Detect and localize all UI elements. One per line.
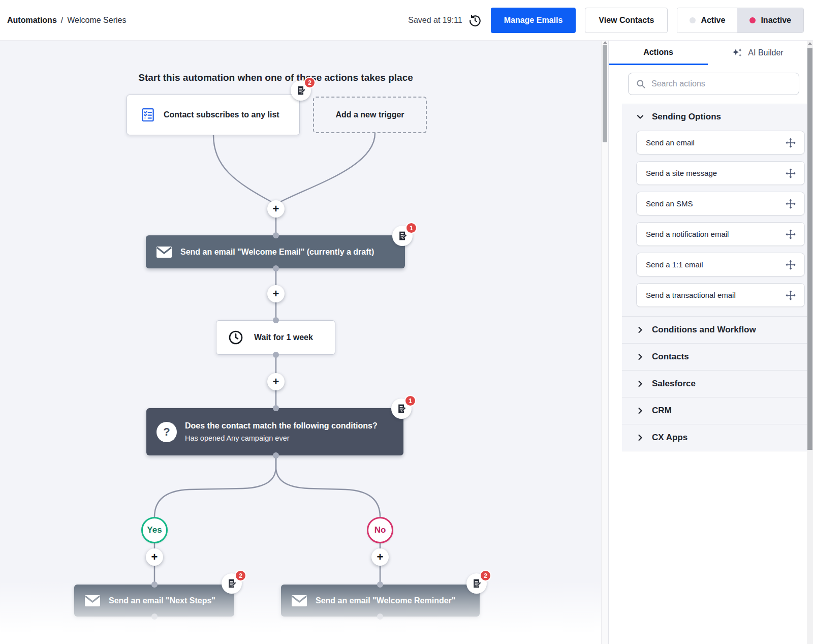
move-icon[interactable]: [785, 259, 796, 270]
plus-icon: +: [377, 550, 384, 564]
tab-ai-builder-label: AI Builder: [748, 48, 783, 57]
connection-dot: [273, 265, 279, 271]
section-sending-options-header[interactable]: Sending Options: [622, 104, 807, 130]
wait-node[interactable]: Wait for 1 week: [216, 320, 335, 355]
connection-dot: [273, 352, 279, 358]
page-scrollbar[interactable]: [807, 41, 813, 644]
section-contacts-header[interactable]: Contacts: [622, 344, 807, 370]
chevron-right-icon: [636, 407, 644, 415]
chevron-right-icon: [636, 353, 644, 361]
section-cx-apps: CX Apps: [622, 424, 807, 451]
toggle-inactive[interactable]: Inactive: [737, 8, 803, 33]
send-welcome-reminder-email-node[interactable]: Send an email "Welcome Reminder": [281, 585, 480, 617]
plus-icon: +: [273, 375, 279, 388]
section-salesforce-header[interactable]: Salesforce: [622, 371, 807, 397]
condition-notes-badge[interactable]: 1: [391, 398, 412, 419]
section-sending-options-label: Sending Options: [652, 112, 721, 122]
breadcrumb-automations[interactable]: Automations: [7, 16, 57, 25]
chevron-down-icon: [636, 113, 644, 121]
section-label: CRM: [652, 406, 672, 416]
header-actions: Saved at 19:11 Manage Emails View Contac…: [408, 8, 804, 33]
scroll-up-arrow-icon[interactable]: [603, 41, 607, 44]
action-card-send-a-1-1-email[interactable]: Send a 1:1 email: [636, 253, 805, 277]
canvas-scrollbar[interactable]: [601, 41, 608, 644]
canvas-scrollbar-thumb[interactable]: [603, 45, 607, 142]
add-new-trigger-label: Add a new trigger: [335, 110, 404, 119]
automation-canvas[interactable]: Start this automation when one of these …: [0, 41, 601, 644]
history-icon[interactable]: [468, 14, 482, 27]
search-actions-input[interactable]: [651, 79, 792, 88]
action-label: Send a site message: [646, 169, 717, 177]
connection-dot: [273, 317, 279, 323]
breadcrumb-separator: /: [61, 16, 63, 25]
tab-actions[interactable]: Actions: [609, 41, 708, 65]
inactive-dot-icon: [749, 17, 756, 23]
yes-label: Yes: [147, 525, 162, 535]
active-dot-icon: [690, 17, 696, 23]
action-card-send-an-email[interactable]: Send an email: [636, 131, 805, 155]
toggle-inactive-label: Inactive: [761, 16, 791, 25]
next-steps-notes-badge[interactable]: 2: [222, 573, 242, 594]
breadcrumb: Automations / Welcome Series: [7, 16, 126, 25]
connection-dot: [377, 581, 383, 588]
connection-dot: [273, 452, 279, 458]
action-card-send-a-notification-email[interactable]: Send a notification email: [636, 222, 805, 246]
section-cx-apps-header[interactable]: CX Apps: [622, 424, 807, 451]
send-welcome-email-node[interactable]: Send an email "Welcome Email" (currently…: [146, 235, 405, 268]
move-icon[interactable]: [785, 137, 796, 148]
top-bar: Automations / Welcome Series Saved at 19…: [0, 0, 813, 41]
breadcrumb-current: Welcome Series: [67, 16, 126, 25]
action-card-send-an-sms[interactable]: Send an SMS: [636, 192, 805, 216]
action-label: Send a transactional email: [646, 291, 736, 299]
view-contacts-button[interactable]: View Contacts: [585, 8, 668, 33]
welcome-reminder-notes-badge[interactable]: 2: [466, 573, 487, 594]
chevron-right-icon: [636, 380, 644, 388]
manage-emails-label: Manage Emails: [504, 16, 563, 25]
condition-badge-count: 1: [404, 395, 416, 407]
question-icon: ?: [157, 422, 177, 442]
no-label: No: [374, 525, 386, 535]
send-next-steps-email-node[interactable]: Send an email "Next Steps": [74, 585, 234, 617]
sparkles-icon: [731, 47, 743, 59]
section-crm-header[interactable]: CRM: [622, 397, 807, 424]
manage-emails-button[interactable]: Manage Emails: [491, 8, 576, 33]
add-action-button[interactable]: +: [267, 200, 285, 218]
move-icon[interactable]: [785, 290, 796, 301]
connection-dot: [377, 614, 383, 620]
save-status: Saved at 19:11: [408, 14, 481, 27]
move-icon[interactable]: [785, 198, 796, 209]
add-action-button[interactable]: +: [146, 548, 163, 566]
action-label: Send an SMS: [646, 199, 693, 208]
condition-title: Does the contact match the following con…: [185, 421, 378, 431]
move-icon[interactable]: [785, 168, 796, 179]
add-action-button[interactable]: +: [267, 373, 285, 390]
search-icon: [636, 79, 646, 89]
section-conditions-and-workflow-header[interactable]: Conditions and Workflow: [622, 317, 807, 343]
trigger-badge-count: 2: [304, 77, 316, 88]
trigger-notes-badge[interactable]: 2: [291, 80, 311, 101]
trigger-node[interactable]: Contact subscribes to any list: [127, 95, 300, 135]
action-card-send-a-transactional-email[interactable]: Send a transactional email: [636, 283, 805, 307]
section-label: Contacts: [652, 352, 689, 362]
welcome-email-notes-badge[interactable]: 1: [392, 226, 413, 246]
move-icon[interactable]: [785, 229, 796, 240]
branch-no: No: [367, 517, 393, 543]
action-card-send-a-site-message[interactable]: Send a site message: [636, 161, 805, 185]
tab-ai-builder[interactable]: AI Builder: [708, 41, 807, 65]
connection-dot: [151, 614, 158, 620]
envelope-icon: [84, 595, 101, 607]
chevron-right-icon: [636, 434, 644, 442]
toggle-active[interactable]: Active: [677, 8, 737, 33]
condition-node[interactable]: ? Does the contact match the following c…: [146, 408, 403, 455]
add-action-button[interactable]: +: [267, 285, 285, 302]
add-new-trigger-button[interactable]: Add a new trigger: [313, 97, 427, 133]
save-status-text: Saved at 19:11: [408, 16, 462, 25]
next-steps-badge-count: 2: [235, 570, 246, 581]
section-label: CX Apps: [652, 433, 687, 443]
sending-options-items: Send an email Send a site message Send a…: [622, 130, 807, 316]
scroll-up-arrow-icon[interactable]: [808, 42, 812, 45]
envelope-icon: [291, 595, 307, 607]
page-scrollbar-thumb[interactable]: [807, 48, 812, 450]
add-action-button[interactable]: +: [371, 548, 389, 566]
action-label: Send a 1:1 email: [646, 260, 703, 269]
